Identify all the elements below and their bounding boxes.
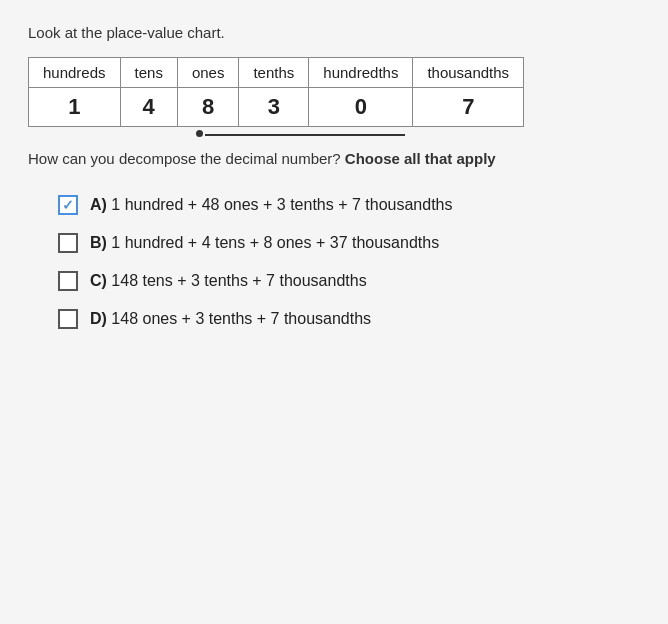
decimal-dot [196,130,203,137]
table-header-tens: tens [120,58,177,88]
intro-text: Look at the place-value chart. [28,24,640,41]
question-bold: Choose all that apply [345,150,496,167]
table-cell-tenths: 3 [239,88,309,127]
table-cell-hundreds: 1 [29,88,121,127]
checkbox-c[interactable] [58,271,78,291]
table-header-hundredths: hundredths [309,58,413,88]
option-item-b[interactable]: B) 1 hundred + 4 tens + 8 ones + 37 thou… [58,233,640,253]
options-list: ✓A) 1 hundred + 48 ones + 3 tenths + 7 t… [28,195,640,329]
checkbox-a[interactable]: ✓ [58,195,78,215]
table-cell-thousandths: 7 [413,88,524,127]
table-header-ones: ones [177,58,239,88]
question-plain: How can you decompose the decimal number… [28,150,345,167]
option-label-d: D) 148 ones + 3 tenths + 7 thousandths [90,310,371,328]
option-label-c: C) 148 tens + 3 tenths + 7 thousandths [90,272,367,290]
decimal-indicator [28,130,640,140]
table-header-tenths: tenths [239,58,309,88]
decimal-line [205,134,405,136]
place-value-chart: hundredstensonestenthshundredthsthousand… [28,57,640,127]
option-item-a[interactable]: ✓A) 1 hundred + 48 ones + 3 tenths + 7 t… [58,195,640,215]
table-cell-ones: 8 [177,88,239,127]
option-item-c[interactable]: C) 148 tens + 3 tenths + 7 thousandths [58,271,640,291]
checkbox-b[interactable] [58,233,78,253]
option-item-d[interactable]: D) 148 ones + 3 tenths + 7 thousandths [58,309,640,329]
question-text: How can you decompose the decimal number… [28,150,640,167]
table-cell-tens: 4 [120,88,177,127]
option-label-a: A) 1 hundred + 48 ones + 3 tenths + 7 th… [90,196,453,214]
table-cell-hundredths: 0 [309,88,413,127]
checkmark-icon: ✓ [62,197,74,213]
option-label-b: B) 1 hundred + 4 tens + 8 ones + 37 thou… [90,234,439,252]
table-header-thousandths: thousandths [413,58,524,88]
place-value-table: hundredstensonestenthshundredthsthousand… [28,57,524,127]
table-header-hundreds: hundreds [29,58,121,88]
checkbox-d[interactable] [58,309,78,329]
